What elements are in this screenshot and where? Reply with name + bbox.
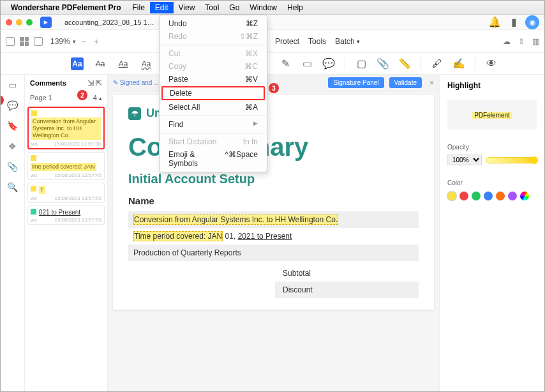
menu-view[interactable]: View <box>174 2 200 13</box>
callout-3: 3 <box>269 83 279 93</box>
dd-find[interactable]: Find <box>160 118 267 131</box>
zoom-value: 139% <box>50 37 70 46</box>
comment-card[interactable]: Conversion from Angular Systems Inc. to … <box>27 107 105 149</box>
squiggly-tool-icon[interactable]: Aa <box>140 57 153 70</box>
sidebar-toggle-icon[interactable] <box>6 37 15 46</box>
cloud-icon[interactable]: ☁ <box>503 37 511 46</box>
batch-menu[interactable]: Batch▾ <box>335 37 360 46</box>
signature-icon[interactable]: ✍ <box>453 58 465 70</box>
doc-heading-3: Name <box>128 195 419 206</box>
window-bar: ▸ accounting_2023_08_15 1… × 🔔 ▮ ◉ <box>1 15 544 30</box>
dd-delete[interactable]: Delete <box>161 86 265 100</box>
doc-row-1[interactable]: Conversion from Angular Systems Inc. to … <box>128 211 419 228</box>
text-callout-icon[interactable]: ✎ <box>280 58 291 70</box>
comments-panel: Comments ⇲ ⇱ Page 1 2 4 ▴ Conversion fro… <box>25 75 108 391</box>
annotation-toolbar: Aa Aa Aa Aa ✎ ▭ 💬 ▢ 📎 📏 🖋 ✍ 👁 <box>1 53 544 75</box>
chevron-down-icon[interactable]: ▾ <box>73 38 76 45</box>
validate-button[interactable]: Validate <box>389 77 422 88</box>
comments-title: Comments <box>30 79 66 87</box>
page-view-icon[interactable] <box>34 37 43 46</box>
share-icon[interactable]: ⇧ <box>518 37 525 46</box>
dd-dictation: Start Dictationfn fn <box>160 135 267 148</box>
maximize-window-icon[interactable] <box>26 19 33 26</box>
export-comments-icon[interactable]: ⇱ <box>96 79 102 87</box>
format-panel: Highlight PDFelement Opacity 100% Color <box>439 75 544 391</box>
comment-card[interactable]: Tws15/08/2023 13:57:50 <box>27 183 105 203</box>
comments-pager[interactable]: Page 1 2 4 ▴ <box>25 91 107 104</box>
comment-card[interactable]: ime period covered: JANws15/08/2023 13:5… <box>27 152 105 180</box>
doc-row-3[interactable]: Production of Quarterly Reports <box>128 245 419 261</box>
dd-undo[interactable]: Undo⌘Z <box>160 17 267 30</box>
zoom-out-button[interactable]: − <box>78 36 89 47</box>
highlight-tool-icon[interactable]: Aa <box>71 57 84 70</box>
highlight-preview: PDFelement <box>447 100 537 130</box>
thumbnail-view-icon[interactable] <box>20 37 29 46</box>
panel-toggle-icon[interactable]: ▥ <box>532 37 539 46</box>
doc-row-2[interactable]: Time period covered: JAN 01, 2021 to Pre… <box>128 228 419 245</box>
shape-rect-icon[interactable]: ▢ <box>355 58 367 70</box>
sigbar-close-icon[interactable]: × <box>429 79 434 87</box>
color-swatch[interactable] <box>496 192 505 200</box>
dd-copy: Copy⌘C <box>160 60 267 73</box>
import-comments-icon[interactable]: ⇲ <box>87 79 94 87</box>
menu-edit[interactable]: Edit <box>150 2 174 13</box>
menu-go[interactable]: Go <box>224 2 244 13</box>
comments-rail-icon[interactable]: 💬 1 <box>8 100 18 110</box>
layers-icon[interactable]: ❖ <box>8 141 18 151</box>
document-tab[interactable]: accounting_2023_08_15 1… × <box>59 17 167 27</box>
document-area: Signed and … Signature Panel Validate × … <box>108 75 439 391</box>
measure-icon[interactable]: 📏 <box>399 58 410 70</box>
minimize-window-icon[interactable] <box>16 19 22 26</box>
attachment-icon[interactable]: 📎 <box>377 58 389 70</box>
underline-tool-icon[interactable]: Aa <box>117 57 130 70</box>
zoom-in-button[interactable]: + <box>91 36 101 47</box>
mac-menubar: Wondershare PDFelement Pro File Edit Vie… <box>1 1 544 15</box>
bookmark-icon[interactable]: 🔖 <box>8 121 18 131</box>
app-logo-icon[interactable]: ▸ <box>40 17 52 28</box>
toolbar: 139% ▾ − + Protect Tools Batch▾ ☁ ⇧ ▥ <box>1 30 544 53</box>
dd-paste[interactable]: Paste⌘V <box>160 73 267 86</box>
opacity-select[interactable]: 100% <box>447 155 482 165</box>
bell-icon[interactable]: 🔔 <box>487 15 502 30</box>
color-swatch[interactable] <box>459 192 468 200</box>
comment-card[interactable]: 021 to Presentws15/08/2023 13:57:58 <box>27 206 105 225</box>
menu-file[interactable]: File <box>128 2 150 13</box>
menu-tool[interactable]: Tool <box>200 2 224 13</box>
color-label: Color <box>447 179 537 186</box>
callout-2: 2 <box>77 90 87 100</box>
color-swatch[interactable] <box>508 192 517 200</box>
protect-menu[interactable]: Protect <box>275 37 299 46</box>
tools-menu[interactable]: Tools <box>308 37 326 46</box>
note-icon[interactable]: ▭ <box>301 58 313 70</box>
color-swatch[interactable] <box>520 192 529 200</box>
page-thumb-icon[interactable]: ▭ <box>8 80 18 90</box>
signature-panel-button[interactable]: Signature Panel <box>328 77 384 88</box>
strikethrough-tool-icon[interactable]: Aa <box>94 57 107 70</box>
phone-icon[interactable]: ▮ <box>506 15 521 30</box>
color-swatch[interactable] <box>447 192 456 200</box>
menu-help[interactable]: Help <box>282 2 308 13</box>
stamp-icon[interactable]: 🖋 <box>431 58 443 70</box>
dd-selectall[interactable]: Select All⌘A <box>160 101 267 114</box>
traffic-lights[interactable] <box>6 19 33 26</box>
zoom-control[interactable]: 139% ▾ − + <box>50 36 101 47</box>
menu-window[interactable]: Window <box>244 2 282 13</box>
format-title: Highlight <box>447 81 537 90</box>
tab-title: accounting_2023_08_15 1… <box>64 19 154 26</box>
avatar[interactable]: ◉ <box>525 15 539 29</box>
opacity-slider[interactable] <box>486 157 537 163</box>
main-area: ▭ 💬 1 🔖 ❖ 📎 🔍 Comments ⇲ ⇱ Page 1 2 4 ▴ … <box>1 75 544 391</box>
close-window-icon[interactable] <box>6 19 12 26</box>
eye-icon[interactable]: 👁 <box>486 58 497 70</box>
color-swatch[interactable] <box>472 192 481 200</box>
discount-row: Discount <box>275 282 419 298</box>
left-rail: ▭ 💬 1 🔖 ❖ 📎 🔍 <box>1 75 25 391</box>
dd-emoji[interactable]: Emoji & Symbols^⌘Space <box>160 148 267 170</box>
edit-dropdown: Undo⌘Z Redo⇧⌘Z Cut⌘X Copy⌘C Paste⌘V Dele… <box>159 15 267 172</box>
comment-icon[interactable]: 💬 <box>323 58 334 70</box>
search-icon[interactable]: 🔍 <box>8 182 18 192</box>
color-swatch[interactable] <box>484 192 493 200</box>
clip-icon[interactable]: 📎 <box>8 162 18 172</box>
doc-heading-2: Initial Account Setup <box>128 172 419 186</box>
subtotal-row: Subtotal <box>275 265 419 282</box>
